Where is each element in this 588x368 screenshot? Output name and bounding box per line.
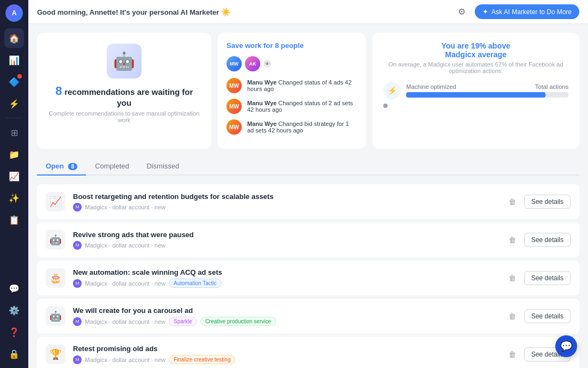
rec-item-icon-4: 🤖	[46, 306, 65, 326]
sidebar-item-help[interactable]: ❓	[4, 322, 24, 342]
sidebar-item-alerts[interactable]: 🔷	[4, 72, 24, 92]
delete-button-2[interactable]: 🗑	[505, 232, 520, 248]
recommendation-item-2: 🤖 Revive strong ads that were paused M M…	[37, 222, 579, 257]
meta-avatar-4: M	[73, 317, 82, 326]
stats-legend	[383, 104, 568, 108]
meta-label-1: Madgicx · dollar account · new	[85, 204, 166, 210]
rec-count: 8 recommendations are waiting for you	[48, 84, 200, 108]
stats-bar-right: Total actions	[535, 83, 568, 90]
sidebar-item-settings[interactable]: ⚙️	[4, 300, 24, 320]
badge-automation-tactic: Automation Tactic	[169, 279, 222, 288]
rec-item-actions-1: 🗑 See details	[505, 194, 571, 209]
tab-open-badge: 8	[68, 163, 78, 170]
rec-count-number: 8	[56, 84, 62, 98]
stats-dot	[383, 104, 388, 108]
activity-text-3: Manu Wye Changed bid strategy for 1 ad s…	[247, 120, 357, 134]
meta-avatar-3: M	[73, 279, 82, 288]
group-avatar-2: AK	[245, 56, 260, 71]
sidebar-item-grid[interactable]: ⊞	[4, 123, 24, 142]
recommendations-summary-card: 🤖 8 recommendations are waiting for you …	[37, 33, 211, 149]
delete-button-5[interactable]: 🗑	[505, 347, 520, 362]
activity-avatar-2: MW	[226, 99, 242, 114]
rec-item-content-2: Revive strong ads that were paused M Mad…	[73, 231, 497, 250]
rec-item-content-4: We will create for you a carousel ad M M…	[73, 306, 497, 326]
stats-bar-row: ⚡ Machine optimized Total actions	[383, 82, 568, 99]
activity-avatar-1: MW	[226, 78, 242, 93]
meta-avatar-5: M	[73, 355, 82, 364]
greeting-text: Good morning, Annette! It's your persona…	[37, 8, 449, 16]
sidebar-item-lock[interactable]: 🔒	[4, 344, 24, 364]
sidebar-item-chat[interactable]: 💬	[4, 279, 24, 298]
see-details-button-2[interactable]: See details	[524, 233, 571, 247]
chat-bubble-button[interactable]: 💬	[555, 335, 577, 357]
content-area: 🤖 8 recommendations are waiting for you …	[28, 24, 588, 368]
rec-item-meta-2: M Madgicx · dollar account · new	[73, 241, 497, 250]
meta-avatar-1: M	[73, 203, 82, 212]
tab-completed[interactable]: Completed	[86, 158, 138, 176]
activity-item-2: MW Manu Wye Changed status of 2 ad sets …	[226, 99, 357, 114]
sidebar-item-analytics[interactable]: 📈	[4, 166, 24, 186]
meta-label-3: Madgicx · dollar account · new	[85, 280, 166, 287]
rec-item-title-4: We will create for you a carousel ad	[73, 306, 497, 315]
group-avatar-1: MW	[226, 56, 242, 71]
rec-item-title-3: New automation: scale winning ACQ ad set…	[73, 268, 497, 276]
delete-button-1[interactable]: 🗑	[505, 194, 520, 209]
stats-icon: ⚡	[383, 82, 401, 99]
delete-button-4[interactable]: 🗑	[505, 309, 520, 324]
recommendation-item-3: 🎂 New automation: scale winning ACQ ad s…	[37, 261, 579, 295]
delete-button-3[interactable]: 🗑	[505, 270, 520, 286]
activity-header: Save work for 8 people	[226, 41, 357, 50]
settings-icon[interactable]: ⚙	[454, 4, 469, 20]
sidebar-item-sparkle[interactable]: ✨	[4, 188, 24, 208]
rec-item-icon-5: 🏆	[46, 345, 65, 364]
activity-item-1: MW Manu Wye Changed status of 4 ads 42 h…	[226, 78, 357, 93]
meta-label-5: Madgicx · dollar account · new	[85, 357, 166, 363]
rec-item-actions-3: 🗑 See details	[505, 270, 571, 286]
activity-avatar-3: MW	[226, 119, 242, 135]
stats-subtitle: On average, a Madgicx user automates 67%…	[383, 61, 568, 74]
see-details-button-1[interactable]: See details	[524, 195, 571, 209]
stats-bar-left: Machine optimized	[406, 83, 456, 90]
greeting-emoji: ☀️	[221, 8, 230, 16]
stats-bar-container: Machine optimized Total actions	[406, 83, 568, 98]
see-details-button-4[interactable]: See details	[524, 309, 571, 323]
sidebar-item-home[interactable]: 🏠	[4, 28, 24, 48]
stats-title-prefix: You are	[442, 41, 469, 50]
sidebar-item-apps[interactable]: ⚡	[4, 94, 24, 113]
ai-marketer-button[interactable]: ✦ Ask AI Marketer to Do More	[475, 4, 579, 19]
activity-text-2: Manu Wye Changed status of 2 ad sets 42 …	[247, 100, 357, 113]
stats-title-suffix: above	[488, 41, 510, 50]
user-avatar[interactable]: A	[5, 4, 23, 22]
sidebar-item-reports[interactable]: 📋	[4, 210, 24, 230]
activity-item-3: MW Manu Wye Changed bid strategy for 1 a…	[226, 119, 357, 135]
rec-item-actions-2: 🗑 See details	[505, 232, 571, 248]
tab-open[interactable]: Open 8	[37, 158, 86, 176]
stats-bar-bg	[406, 92, 568, 98]
robot-illustration: 🤖	[107, 44, 142, 79]
rec-item-actions-4: 🗑 See details	[505, 309, 571, 324]
greeting-label: Good morning, Annette! It's your persona…	[37, 8, 219, 16]
badge-sparkle: Sparkle	[169, 317, 197, 326]
tabs-row: Open 8 Completed Dismissed	[37, 158, 579, 176]
rec-item-content-1: Boost retargeting and retention budgets …	[73, 192, 497, 212]
rec-count-title: recommendations are waiting for you	[64, 87, 193, 107]
stats-percent: 19%	[471, 41, 486, 50]
rec-item-content-3: New automation: scale winning ACQ ad set…	[73, 268, 497, 288]
top-cards-row: 🤖 8 recommendations are waiting for you …	[37, 33, 579, 149]
rec-item-title-2: Revive strong ads that were paused	[73, 231, 497, 239]
rec-item-icon-2: 🤖	[46, 230, 65, 250]
see-details-button-3[interactable]: See details	[524, 271, 571, 285]
badge-finalize-testing: Finalize creative testing	[169, 355, 236, 364]
topbar-actions: ⚙ ✦ Ask AI Marketer to Do More	[454, 4, 579, 20]
rec-item-title-5: Retest promising old ads	[73, 345, 497, 353]
stats-bar-labels: Machine optimized Total actions	[406, 83, 568, 90]
activity-header-prefix: Save work for	[226, 41, 273, 50]
rec-item-content-5: Retest promising old ads M Madgicx · dol…	[73, 345, 497, 364]
rec-item-meta-3: M Madgicx · dollar account · new Automat…	[73, 279, 497, 288]
recommendation-item-4: 🤖 We will create for you a carousel ad M…	[37, 299, 579, 334]
tab-dismissed[interactable]: Dismissed	[138, 158, 188, 176]
stats-bar-fill	[406, 92, 546, 98]
sidebar-item-dashboard[interactable]: 📊	[4, 50, 24, 70]
sidebar-item-files[interactable]: 📁	[4, 144, 24, 164]
ai-button-icon: ✦	[482, 8, 488, 16]
